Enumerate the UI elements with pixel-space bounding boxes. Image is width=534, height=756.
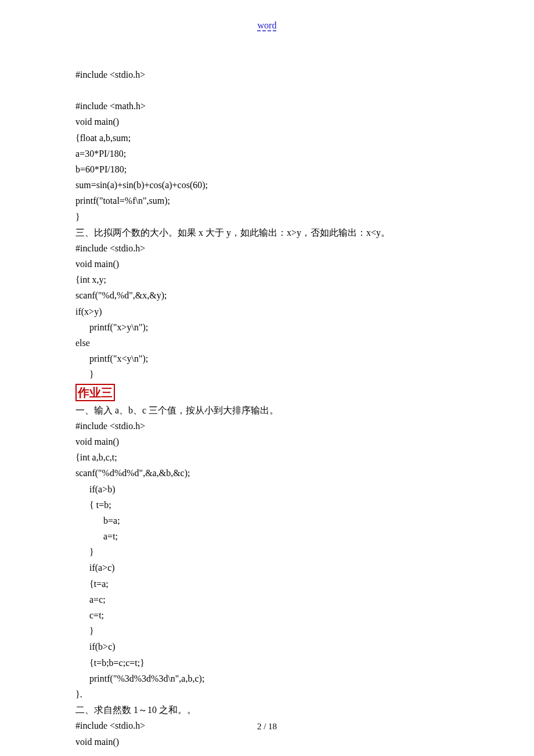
document-line: a=30*PI/180;	[75, 146, 464, 161]
document-line: void main()	[75, 734, 464, 750]
document-line: {t=a;	[75, 576, 464, 592]
document-line: a=c;	[75, 592, 464, 607]
document-line: printf("x<y\n");	[75, 351, 464, 366]
document-line: }	[75, 366, 464, 382]
document-line: b=60*PI/180;	[75, 161, 464, 177]
document-line: scanf("%d,%d",&x,&y);	[75, 287, 464, 303]
document-line: { t=b;	[75, 497, 464, 513]
document-line: else	[75, 335, 464, 351]
document-line: printf("total=%f\n",sum);	[75, 193, 464, 208]
document-line: if(x>y)	[75, 304, 464, 319]
document-line: printf("x>y\n");	[75, 319, 464, 335]
document-line: 一、输入 a、b、c 三个值，按从小到大排序输出。	[75, 402, 464, 418]
document-line: #include <stdio.h>	[75, 418, 464, 434]
header-link[interactable]: word	[0, 17, 534, 33]
document-line	[75, 82, 464, 98]
section-heading-box: 作业三	[75, 384, 115, 401]
document-line: #include <math.h>	[75, 98, 464, 114]
document-line: void main()	[75, 114, 464, 129]
document-line: {int a,b,c,t;	[75, 449, 464, 465]
document-line: sum=sin(a)+sin(b)+cos(a)+cos(60);	[75, 177, 464, 193]
document-line: }	[75, 209, 464, 225]
document-line: {float a,b,sum;	[75, 130, 464, 146]
document-line: scanf("%d%d%d",&a,&b,&c);	[75, 465, 464, 481]
document-line: #include <stdio.h>	[75, 67, 464, 82]
document-line: a=t;	[75, 528, 464, 544]
document-line: }.	[75, 686, 464, 702]
document-line: #include <stdio.h>	[75, 240, 464, 256]
page-footer: 2 / 18	[0, 719, 534, 735]
document-line: {t=b;b=c;c=t;}	[75, 655, 464, 671]
document-line: 二、求自然数 1～10 之和。。	[75, 702, 464, 718]
document-line: 作业三	[75, 383, 464, 402]
document-line: }	[75, 623, 464, 639]
document-line: void main()	[75, 434, 464, 449]
document-line: if(a>c)	[75, 560, 464, 575]
document-line: 三、比拟两个数的大小。如果 x 大于 y，如此输出：x>y，否如此输出：x<y。	[75, 225, 464, 240]
document-line: {int x,y;	[75, 272, 464, 287]
document-line: void main()	[75, 256, 464, 272]
document-line: if(a>b)	[75, 481, 464, 497]
document-line: }	[75, 544, 464, 560]
document-line: b=a;	[75, 513, 464, 528]
document-line: c=t;	[75, 607, 464, 623]
document-content: #include <stdio.h>#include <math.h>void …	[75, 67, 464, 750]
document-line: printf("%3d%3d%3d\n",a,b,c);	[75, 671, 464, 686]
document-line: if(b>c)	[75, 639, 464, 654]
